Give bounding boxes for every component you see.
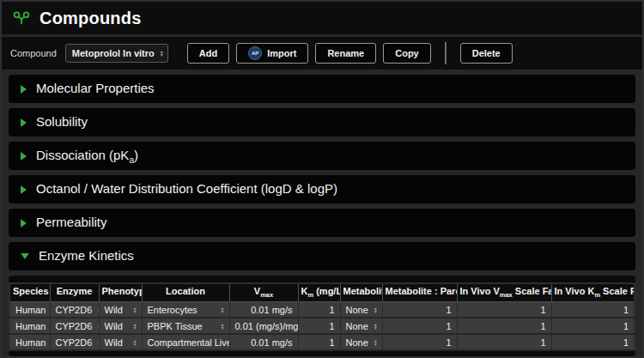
cell-stepper-icon[interactable] <box>221 306 223 313</box>
enzyme-select[interactable]: CYP2D6 <box>50 302 99 319</box>
compound-label: Compound <box>10 48 57 58</box>
cell-stepper-icon[interactable] <box>374 306 377 313</box>
km-field[interactable]: 1 <box>298 318 340 334</box>
compound-molecule-icon <box>12 9 31 27</box>
location-select[interactable]: Enterocytes <box>142 302 229 319</box>
section-label: Enzyme Kinetics <box>39 248 134 265</box>
page-header: Compounds <box>2 2 642 34</box>
enzyme-select[interactable]: CYP2D6 <box>50 318 99 334</box>
table-row: Human CYP2D6 Wild PBPK Tissue 0.01 (mg/s… <box>9 318 635 334</box>
km-field[interactable]: 1 <box>298 302 340 319</box>
cell-stepper-icon[interactable] <box>133 306 136 313</box>
import-button[interactable]: AP Import <box>236 43 308 64</box>
copy-button[interactable]: Copy <box>383 43 431 64</box>
metabolite-select[interactable]: None <box>340 302 382 319</box>
vmax-field[interactable]: 0.01 mg/s <box>229 302 298 319</box>
metabolite-parent-field[interactable]: 1 <box>382 302 457 319</box>
compound-select[interactable]: Metoprolol In vitro <box>65 44 168 63</box>
location-select[interactable]: PBPK Tissue <box>142 318 229 334</box>
metabolite-select[interactable]: None <box>340 318 382 334</box>
section-label: Octanol / Water Distribution Coefficient… <box>36 181 337 198</box>
col-enzyme: Enzyme <box>50 283 99 302</box>
cell-stepper-icon[interactable] <box>133 339 136 346</box>
col-vmax: Vmax <box>229 283 298 302</box>
chevron-right-icon <box>21 118 27 127</box>
copy-button-label: Copy <box>395 48 419 58</box>
col-phenotype: Phenotype <box>99 283 142 302</box>
chevron-right-icon <box>21 152 27 161</box>
compound-select-stepper-icon[interactable] <box>161 50 163 57</box>
chevron-right-icon <box>21 219 27 228</box>
enzyme-select[interactable]: CYP2D6 <box>50 334 99 350</box>
table-header-row: Species Enzyme Phenotype Location Vmax K… <box>9 283 635 302</box>
metabolite-select[interactable]: None <box>340 334 382 350</box>
chevron-down-icon <box>21 253 29 259</box>
metabolite-parent-field[interactable]: 1 <box>382 318 457 334</box>
section-permeability[interactable]: Permeability <box>9 209 635 237</box>
invivo-km-sf-field[interactable]: 1 <box>551 334 635 350</box>
col-location: Location <box>142 283 229 302</box>
section-label: Permeability <box>36 215 107 232</box>
enzyme-kinetics-table: Species Enzyme Phenotype Location Vmax K… <box>9 282 635 351</box>
invivo-vmax-sf-field[interactable]: 1 <box>457 334 551 350</box>
sections-container: Molecular Properties Solubility Dissocia… <box>2 70 642 356</box>
cell-stepper-icon[interactable] <box>374 323 377 330</box>
species-select[interactable]: Human <box>9 318 50 334</box>
toolbar-divider <box>445 42 447 64</box>
invivo-km-sf-field[interactable]: 1 <box>551 318 635 334</box>
species-select[interactable]: Human <box>9 302 50 319</box>
delete-button-label: Delete <box>472 48 501 58</box>
section-label: Molecular Properties <box>36 81 155 98</box>
section-solubility[interactable]: Solubility <box>9 108 635 137</box>
rename-button[interactable]: Rename <box>315 43 376 64</box>
col-metabolite: Metabolite <box>340 283 382 302</box>
table-row: Human CYP2D6 Wild Compartmental Liver 0.… <box>9 334 635 350</box>
invivo-km-sf-field[interactable]: 1 <box>551 302 635 319</box>
enzyme-kinetics-panel: Species Enzyme Phenotype Location Vmax K… <box>9 276 635 356</box>
col-km: Km (mg/L) <box>298 283 340 302</box>
metabolite-parent-field[interactable]: 1 <box>382 334 457 350</box>
cell-stepper-icon[interactable] <box>374 339 377 346</box>
compound-select-value: Metoprolol In vitro <box>72 48 155 58</box>
section-dissociation[interactable]: Dissociation (pKa) <box>9 142 635 170</box>
compound-toolbar: Compound Metoprolol In vitro Add AP Impo… <box>2 37 642 70</box>
import-button-label: Import <box>267 48 296 58</box>
col-metabolite-parent: Metabolite : Parent <box>382 283 457 302</box>
section-label: Dissociation (pKa) <box>36 148 138 165</box>
vmax-field[interactable]: 0.01 mg/s <box>229 334 298 350</box>
ap-logo-icon: AP <box>248 46 262 60</box>
col-species: Species <box>9 283 50 302</box>
section-molecular-properties[interactable]: Molecular Properties <box>9 75 635 103</box>
cell-stepper-icon[interactable] <box>133 323 136 330</box>
section-label: Solubility <box>36 114 88 131</box>
invivo-vmax-sf-field[interactable]: 1 <box>457 318 551 334</box>
table-row: Human CYP2D6 Wild Enterocytes 0.01 mg/s … <box>9 302 635 319</box>
vmax-field[interactable]: 0.01 (mg/s)/mg <box>229 318 298 334</box>
location-select[interactable]: Compartmental Liver <box>142 334 229 350</box>
phenotype-select[interactable]: Wild <box>99 302 142 319</box>
chevron-right-icon <box>21 85 27 94</box>
col-invivo-km-sf: In Vivo Km Scale Factor <box>551 283 635 302</box>
species-select[interactable]: Human <box>9 334 50 350</box>
rename-button-label: Rename <box>327 48 364 58</box>
section-octanol-water[interactable]: Octanol / Water Distribution Coefficient… <box>9 175 635 203</box>
col-invivo-vmax-sf: In Vivo Vmax Scale Factor <box>457 283 551 302</box>
add-button[interactable]: Add <box>187 43 229 64</box>
page-title: Compounds <box>39 9 141 28</box>
delete-button[interactable]: Delete <box>460 43 513 64</box>
app-window: Compounds Compound Metoprolol In vitro A… <box>0 0 644 358</box>
km-field[interactable]: 1 <box>298 334 340 350</box>
cell-stepper-icon[interactable] <box>221 323 223 330</box>
phenotype-select[interactable]: Wild <box>99 318 142 334</box>
invivo-vmax-sf-field[interactable]: 1 <box>457 302 551 319</box>
section-enzyme-kinetics[interactable]: Enzyme Kinetics <box>9 242 635 270</box>
phenotype-select[interactable]: Wild <box>99 334 142 350</box>
chevron-right-icon <box>21 185 27 194</box>
add-button-label: Add <box>199 48 217 58</box>
